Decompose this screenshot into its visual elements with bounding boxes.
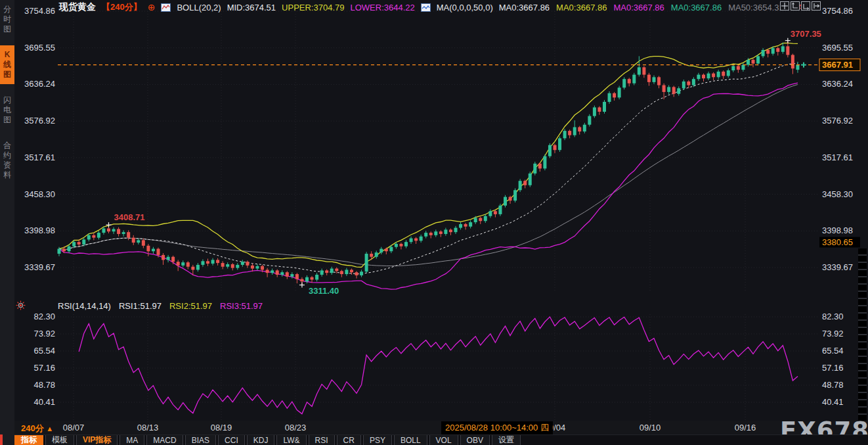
svg-text:3458.30: 3458.30 xyxy=(24,189,55,199)
svg-text:82.30: 82.30 xyxy=(33,312,55,321)
fit-y-axis-icon[interactable] xyxy=(791,1,800,11)
svg-text:57.16: 57.16 xyxy=(822,363,844,373)
indicator-button-CR[interactable]: CR xyxy=(337,435,361,445)
crosshair-icon[interactable] xyxy=(780,1,789,11)
boll-mid-value: MID:3674.51 xyxy=(227,3,276,12)
boll-chart-icon[interactable] xyxy=(161,3,171,12)
sidebar-tab-1[interactable]: 分 时 图 xyxy=(0,0,14,39)
right-scroll-grip[interactable] xyxy=(858,248,867,434)
x-axis-date-7: 09/16 xyxy=(735,423,756,433)
svg-text:82.30: 82.30 xyxy=(822,312,844,321)
svg-text:3339.67: 3339.67 xyxy=(24,262,55,272)
candlestick-chart[interactable]: 3667.913380.653408.713311.403707.353754.… xyxy=(0,0,868,445)
ma-value-1: MA0:3667.86 xyxy=(499,3,550,12)
fit-x-axis-icon[interactable] xyxy=(801,1,810,11)
svg-text:3636.24: 3636.24 xyxy=(822,79,853,89)
sidebar-tab-4[interactable]: 合 约 资 料 xyxy=(0,136,14,185)
indicator-button-OBV[interactable]: OBV xyxy=(460,435,490,445)
svg-text:3398.98: 3398.98 xyxy=(24,225,55,235)
ma-value-4: MA0:3667.86 xyxy=(671,3,722,12)
svg-text:40.41: 40.41 xyxy=(33,397,55,407)
rsi-value-2: RSI2:51.97 xyxy=(169,301,212,311)
svg-text:3311.40: 3311.40 xyxy=(309,286,339,296)
svg-text:3517.61: 3517.61 xyxy=(822,152,853,162)
indicator-button-MACD[interactable]: MACD xyxy=(146,435,183,445)
ma-chart-icon[interactable] xyxy=(421,3,431,12)
indicator-button-PSY[interactable]: PSY xyxy=(363,435,392,445)
sidebar: 分 时 图K 线 图闪 电 图合 约 资 料 xyxy=(0,0,14,445)
period-selector[interactable]: 240分 ▲ xyxy=(21,423,53,434)
sidebar-tab-2[interactable]: K 线 图 xyxy=(0,45,14,84)
svg-text:3636.24: 3636.24 xyxy=(24,79,55,89)
rsi-params-label: RSI(14,14,14) xyxy=(58,301,111,311)
x-axis-date-1: 08/07 xyxy=(63,423,85,433)
target-icon[interactable]: ⊕ xyxy=(148,2,156,12)
x-axis-date-3: 08/19 xyxy=(211,423,232,433)
crosshair-tooltip: 2025/08/28 10:00~14:00 四 xyxy=(441,421,553,434)
svg-text:73.92: 73.92 xyxy=(822,329,844,339)
svg-text:73.92: 73.92 xyxy=(33,329,55,339)
scroll-right-icon[interactable] xyxy=(812,1,821,11)
sidebar-tab-3[interactable]: 闪 电 图 xyxy=(0,91,14,129)
svg-text:3576.92: 3576.92 xyxy=(24,116,55,126)
rsi-value-3: RSI3:51.97 xyxy=(220,301,263,311)
ma-params-label: MA(0,0,0,50,0) xyxy=(437,3,493,12)
indicator-button-LW&[interactable]: LW& xyxy=(276,435,306,445)
svg-text:3707.35: 3707.35 xyxy=(791,29,821,39)
chart-app: 分 时 图K 线 图闪 电 图合 约 资 料 现货黄金 【240分】 ⊕ BOL… xyxy=(0,0,868,445)
svg-text:57.16: 57.16 xyxy=(33,363,55,373)
svg-text:3695.55: 3695.55 xyxy=(822,43,853,53)
indicator-button-BIAS[interactable]: BIAS xyxy=(185,435,216,445)
svg-text:3754.86: 3754.86 xyxy=(24,6,55,16)
x-axis-date-6: 09/10 xyxy=(640,423,661,433)
indicator-toolbar: 指标模板VIP指标MAMACDBIASCCIKDJLW&RSICRPSYBOLL… xyxy=(14,434,868,445)
svg-text:3339.67: 3339.67 xyxy=(822,262,853,272)
indicator-button-VIP指标[interactable]: VIP指标 xyxy=(76,435,118,445)
svg-text:3398.98: 3398.98 xyxy=(822,225,853,235)
svg-text:3408.71: 3408.71 xyxy=(114,212,145,222)
boll-upper-value: UPPER:3704.79 xyxy=(282,3,344,12)
rsi-header: RSI(14,14,14) RSI1:51.97RSI2:51.97RSI3:5… xyxy=(58,301,263,311)
symbol-name: 现货黄金 xyxy=(59,1,96,13)
chart-header: 现货黄金 【240分】 ⊕ BOLL(20,2) MID:3674.51 UPP… xyxy=(59,0,803,14)
period-badge[interactable]: 【240分】 xyxy=(102,1,142,13)
indicator-button-VOL[interactable]: VOL xyxy=(429,435,458,445)
svg-text:48.78: 48.78 xyxy=(822,380,844,390)
ma-value-2: MA0:3667.86 xyxy=(556,3,607,12)
svg-text:65.54: 65.54 xyxy=(33,346,55,356)
indicator-button-CCI[interactable]: CCI xyxy=(218,435,245,445)
svg-text:3695.55: 3695.55 xyxy=(24,43,55,53)
indicator-button-RSI[interactable]: RSI xyxy=(309,435,335,445)
indicator-button-模板[interactable]: 模板 xyxy=(45,435,74,445)
x-axis-date-4: 08/23 xyxy=(285,423,307,433)
svg-text:3754.86: 3754.86 xyxy=(822,6,853,16)
svg-text:3517.61: 3517.61 xyxy=(24,152,55,162)
indicator-button-指标[interactable]: 指标 xyxy=(14,435,43,445)
axis-toolbar xyxy=(780,1,821,11)
ma-values-group: MA0:3667.86MA0:3667.86MA0:3667.86MA0:366… xyxy=(499,3,803,12)
indicator-button-MA[interactable]: MA xyxy=(119,435,144,445)
period-up-arrow-icon: ▲ xyxy=(46,425,53,433)
svg-text:3458.30: 3458.30 xyxy=(822,189,853,199)
beacon-icon[interactable] xyxy=(16,300,26,313)
svg-text:3667.91: 3667.91 xyxy=(822,60,853,70)
indicator-button-设置[interactable]: 设置 xyxy=(492,435,521,445)
indicator-button-BOLL[interactable]: BOLL xyxy=(394,435,427,445)
boll-label: BOLL(20,2) xyxy=(177,3,221,12)
svg-text:40.41: 40.41 xyxy=(822,397,844,407)
ma-value-3: MA0:3667.86 xyxy=(613,3,664,12)
period-selector-label: 240分 xyxy=(21,423,44,433)
ma-value-5: MA50:3654.31 xyxy=(728,3,784,12)
boll-lower-value: LOWER:3644.22 xyxy=(350,3,414,12)
time-axis-row: 240分 ▲ 2025/08/28 10:00~14:00 四 FX678 08… xyxy=(14,421,868,434)
svg-text:48.78: 48.78 xyxy=(33,380,55,390)
svg-text:3576.92: 3576.92 xyxy=(822,116,853,126)
sidebar-bottom-accent xyxy=(0,434,3,445)
indicator-button-KDJ[interactable]: KDJ xyxy=(247,435,275,445)
svg-text:3380.65: 3380.65 xyxy=(822,237,853,247)
x-axis-date-2: 08/13 xyxy=(137,423,159,433)
svg-text:65.54: 65.54 xyxy=(822,346,844,356)
rsi-value-1: RSI1:51.97 xyxy=(119,301,162,311)
